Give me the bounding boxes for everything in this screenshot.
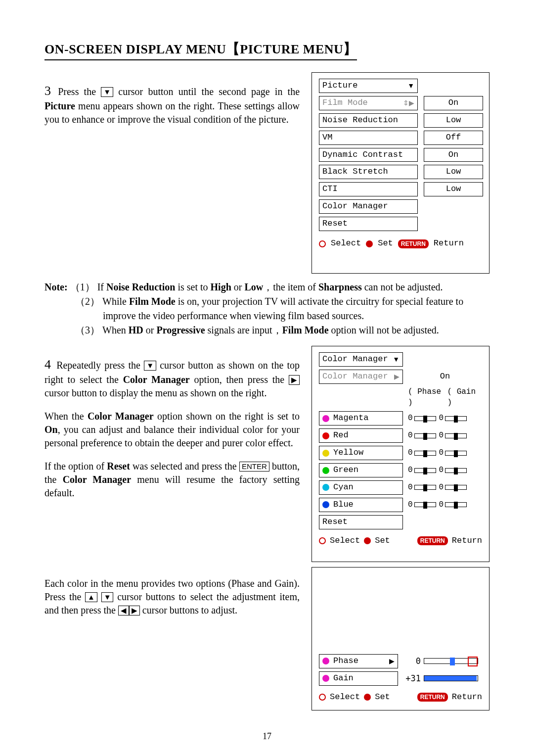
cm-title: Color Manager ▼: [319, 352, 403, 367]
picture-menu-item[interactable]: Color Manager: [319, 199, 418, 214]
right-key-icon: ▶: [129, 606, 140, 615]
picture-osd-panel: Picture ▼ Film Mode⇕▶OnNoise ReductionLo…: [312, 72, 490, 274]
cm-osd-footer: Select SetRETURNReturn: [319, 535, 482, 547]
slider-track[interactable]: [414, 468, 436, 473]
step4-row: 4 Repeatedly press the ▼ cursor button a…: [44, 346, 490, 562]
cm-color-item[interactable]: Blue: [319, 498, 403, 512]
picture-menu-value: Low: [424, 165, 483, 179]
return-badge: RETURN: [398, 239, 429, 248]
down-key-icon: ▼: [101, 592, 114, 602]
pg-bar[interactable]: [424, 658, 478, 664]
color-dot-icon: [322, 415, 329, 422]
picture-menu-value: Off: [424, 131, 483, 145]
bracket-left: 【: [226, 40, 240, 58]
picture-menu-item[interactable]: VM: [319, 131, 418, 145]
slider-track[interactable]: [414, 416, 436, 421]
slider-track[interactable]: [445, 416, 467, 421]
slider-track[interactable]: [445, 451, 467, 456]
pg-value: +31: [403, 673, 482, 684]
heading-underline: ON-SCREEN DISPLAY MENU 【 PICTURE MENU 】: [44, 40, 357, 60]
select-icon: [319, 240, 326, 247]
color-dot-icon: [322, 658, 329, 664]
return-badge: RETURN: [417, 536, 448, 545]
slider-track[interactable]: [445, 433, 467, 438]
picture-osd-title: Picture ▼: [319, 79, 418, 93]
cm-color-item[interactable]: Cyan: [319, 480, 403, 495]
step4-text: 4 Repeatedly press the ▼ cursor button a…: [44, 346, 300, 510]
right-icon: ▶: [389, 657, 395, 666]
slider-track[interactable]: [414, 451, 436, 456]
return-badge: RETURN: [417, 693, 448, 702]
step4-number: 4: [44, 357, 51, 372]
color-dot-icon: [322, 450, 329, 457]
cm-slider-pair: 00: [408, 448, 482, 459]
color-manager-osd-panel: Color Manager ▼ Color Manager ▶ On ( Pha…: [312, 346, 490, 562]
color-dot-icon: [322, 501, 329, 508]
down-key-icon: ▼: [101, 87, 113, 97]
cm-color-item[interactable]: Red: [319, 428, 403, 443]
set-icon: [364, 537, 371, 544]
right-key-icon: ▶: [289, 375, 300, 385]
pg-osd-footer: Select SetRETURNReturn: [319, 692, 482, 703]
select-icon: [319, 537, 326, 544]
page-number: 17: [0, 730, 534, 742]
picture-menu-item[interactable]: Film Mode⇕▶: [319, 96, 418, 110]
slider-track[interactable]: [445, 502, 467, 507]
step3-number: 3: [44, 84, 51, 98]
right-icon: ▶: [394, 372, 400, 381]
heading-sub: PICTURE MENU: [240, 41, 343, 58]
pg-item[interactable]: Phase▶: [319, 654, 398, 668]
slider-track[interactable]: [445, 468, 467, 473]
picture-menu-item[interactable]: Dynamic Contrast: [319, 148, 418, 162]
phase-gain-osd-panel: Phase▶0Gain+31Select SetRETURNReturn: [312, 567, 490, 710]
left-key-icon: ◀: [118, 606, 129, 615]
up-key-icon: ▲: [85, 592, 97, 602]
phase-gain-text: Each color in the menu provides two opti…: [44, 567, 300, 627]
color-dot-icon: [322, 675, 329, 682]
slider-track[interactable]: [445, 485, 467, 490]
set-icon: [364, 694, 371, 701]
cm-slider-pair: 00: [408, 465, 482, 476]
picture-menu-value: Low: [424, 182, 483, 196]
picture-menu-value: On: [424, 148, 483, 162]
select-icon: [319, 694, 326, 701]
enter-key-icon: ENTER: [239, 462, 269, 472]
cm-sub-value: On: [408, 371, 482, 382]
note-heading: Note:: [44, 282, 68, 292]
down-icon: ▼: [407, 81, 414, 91]
updown-right-icon: ⇕▶: [403, 98, 414, 108]
notes-block: Note: （1） If Noise Reduction is set to H…: [44, 281, 490, 337]
manual-page: ON-SCREEN DISPLAY MENU 【 PICTURE MENU 】 …: [0, 0, 534, 756]
cm-color-item[interactable]: Green: [319, 463, 403, 477]
cm-color-item[interactable]: Yellow: [319, 446, 403, 460]
cm-sub-item: Color Manager ▶: [319, 370, 403, 384]
picture-menu-item[interactable]: Reset: [319, 217, 418, 231]
picture-menu-item[interactable]: CTI: [319, 182, 418, 196]
pg-bar[interactable]: [424, 675, 478, 681]
picture-osd-footer: SelectSetRETURNReturn: [319, 238, 483, 249]
down-icon: ▼: [393, 355, 400, 364]
heading-main: ON-SCREEN DISPLAY MENU: [44, 41, 226, 58]
cm-slider-pair: 00: [408, 500, 482, 511]
slider-track[interactable]: [414, 485, 436, 490]
pg-item[interactable]: Gain: [319, 671, 398, 686]
cm-headers: ( Phase ) ( Gain ): [408, 387, 482, 408]
slider-track[interactable]: [414, 433, 436, 438]
step3-row: 3 Press the ▼ cursor button until the se…: [44, 72, 490, 274]
picture-menu-item[interactable]: Noise Reduction: [319, 113, 418, 128]
picture-menu-value: On: [424, 96, 483, 110]
bracket-right: 】: [343, 40, 357, 58]
pg-value: 0: [403, 656, 482, 667]
slider-track[interactable]: [414, 502, 436, 507]
color-dot-icon: [322, 484, 329, 491]
picture-menu-value: Low: [424, 113, 483, 128]
color-dot-icon: [322, 467, 329, 474]
cm-reset-item[interactable]: Reset: [319, 515, 403, 529]
cm-slider-pair: 00: [408, 430, 482, 441]
cm-color-item[interactable]: Magenta: [319, 411, 403, 425]
down-key-icon: ▼: [144, 361, 156, 371]
picture-menu-item[interactable]: Black Stretch: [319, 165, 418, 179]
phase-gain-row: Each color in the menu provides two opti…: [44, 567, 490, 710]
cm-slider-pair: 00: [408, 413, 482, 424]
set-icon: [366, 240, 373, 247]
